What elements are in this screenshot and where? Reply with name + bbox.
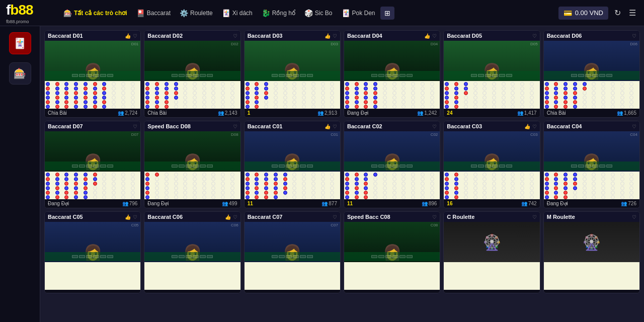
sidebar: 🃏 🎰 [0, 26, 40, 322]
players-icon: 👥 [422, 201, 428, 206]
game-card-speed-bacc-c08[interactable]: Speed Bacc C08 ♡ C08 👩 [344, 211, 440, 293]
nav-item-pok-den[interactable]: 🃏 Pok Den [338, 7, 379, 20]
card-footer: Đang Đợi 👥 726 [544, 199, 639, 208]
heart-icon[interactable]: ♡ [532, 124, 537, 129]
nav-item-baccarat[interactable]: 🎴 Baccarat [132, 7, 175, 20]
player-count: 👥 796 [122, 201, 138, 206]
heart-icon[interactable]: ♡ [133, 33, 137, 39]
game-card-baccarat-c05[interactable]: Baccarat C05 👍 ♡ C05 👩 [44, 211, 141, 293]
card-header: Baccarat C01 👍 ♡ [245, 121, 340, 131]
heart-icon[interactable]: ♡ [333, 33, 337, 39]
nav-item-roulette[interactable]: ⚙️ Roulette [176, 7, 217, 20]
card-image: C01 👩 [245, 131, 340, 172]
like-icon[interactable]: 👍 [125, 214, 131, 220]
heart-icon[interactable]: ♡ [233, 124, 237, 129]
heart-icon[interactable]: ♡ [333, 214, 337, 220]
card-image: C08 👩 [344, 222, 440, 262]
card-header: Baccarat D02 ♡ [144, 31, 240, 41]
roulette-icon: ⚙️ [180, 9, 188, 17]
like-icon[interactable]: 👍 [125, 33, 131, 39]
game-card-baccarat-c02[interactable]: Baccarat C02 ♡ C02 👩 11 👥 896 [344, 121, 440, 208]
logo[interactable]: fb88 fb88.promo [6, 3, 51, 23]
sidebar-item-chips[interactable]: 🎰 [9, 62, 31, 85]
status-text: Đang Đợi [48, 201, 69, 206]
card-title: Baccarat C07 [248, 214, 283, 220]
like-icon[interactable]: 👍 [225, 214, 231, 220]
heart-icon[interactable]: ♡ [233, 33, 237, 39]
nav-item-all[interactable]: 🎰 Tất cả các trò chơi [59, 7, 131, 20]
heart-icon[interactable]: ♡ [532, 214, 537, 220]
heart-icon[interactable]: ♡ [432, 214, 437, 220]
status-text: Đang Đợi [547, 201, 568, 206]
heart-icon[interactable]: ♡ [133, 214, 137, 220]
menu-button[interactable]: ☰ [627, 6, 638, 20]
card-header: Speed Bacc C08 ♡ [344, 212, 440, 222]
card-footer: 16 👥 742 [444, 199, 539, 208]
heart-icon[interactable]: ♡ [333, 124, 337, 129]
card-header: Baccarat D07 ♡ [45, 121, 140, 131]
game-card-baccarat-c07[interactable]: Baccarat C07 ♡ C07 👩 [244, 211, 341, 293]
game-card-baccarat-c01[interactable]: Baccarat C01 👍 ♡ C01 👩 11 👥 877 [244, 121, 341, 208]
card-actions: 👍 ♡ [225, 214, 237, 220]
game-card-baccarat-d01[interactable]: Baccarat D01 👍 ♡ D01 👩 Chia Bài 👥 2,724 [44, 30, 141, 118]
card-header: Baccarat D06 ♡ [544, 31, 639, 41]
game-card-baccarat-d02[interactable]: Baccarat D02 ♡ D02 👩 Chia Bài 👥 2,143 [144, 30, 240, 118]
game-card-baccarat-d04[interactable]: Baccarat D04 👍 ♡ D04 👩 Đang Đợi 👥 1,242 [344, 30, 440, 118]
card-image: D06 👩 [544, 41, 639, 81]
card-footer: 11 👥 896 [344, 199, 440, 208]
game-card-speed-bacc-d08[interactable]: Speed Bacc D08 ♡ D08 👩 Đang Đợi 👥 499 [144, 121, 240, 208]
players-icon: 👥 [417, 110, 423, 116]
game-card-baccarat-d05[interactable]: Baccarat D05 ♡ D05 👩 24 👥 1,417 [443, 30, 540, 118]
status-text: Đang Đợi [147, 201, 169, 206]
main-header: fb88 fb88.promo 🎰 Tất cả các trò chơi 🎴 … [0, 0, 644, 26]
game-card-baccarat-c03[interactable]: Baccarat C03 👍 ♡ C03 👩 16 👥 742 [443, 121, 540, 208]
game-card-baccarat-d06[interactable]: Baccarat D06 ♡ D06 👩 Chia Bài 👥 1,665 [543, 30, 640, 118]
card-image: C03 👩 [444, 131, 539, 172]
card-footer [444, 290, 539, 293]
card-header: Baccarat C05 👍 ♡ [45, 212, 140, 222]
game-card-baccarat-c06[interactable]: Baccarat C06 👍 ♡ C06 👩 [144, 211, 240, 293]
card-actions: 👍 ♡ [424, 33, 437, 39]
heart-icon[interactable]: ♡ [432, 124, 437, 129]
card-image: D03 👩 [245, 41, 340, 81]
heart-icon[interactable]: ♡ [133, 124, 137, 129]
heart-icon[interactable]: ♡ [632, 214, 636, 220]
wallet-icon: 💳 [564, 9, 572, 17]
refresh-button[interactable]: ↻ [612, 6, 623, 20]
card-header: Baccarat C03 👍 ♡ [444, 121, 539, 131]
players-icon: 👥 [617, 110, 623, 116]
heart-icon[interactable]: ♡ [432, 33, 437, 39]
like-icon[interactable]: 👍 [325, 33, 331, 39]
card-title: C Roulette [447, 214, 474, 220]
players-icon: 👥 [621, 201, 627, 206]
heart-icon[interactable]: ♡ [632, 33, 636, 39]
nav-item-rong-ho[interactable]: 🐉 Rồng hổ [258, 7, 299, 20]
status-text: Chia Bài [547, 110, 566, 116]
card-title: Baccarat C04 [547, 123, 582, 129]
game-card-baccarat-d03[interactable]: Baccarat D03 👍 ♡ D03 👩 1 👥 2,913 [244, 30, 341, 118]
game-card-baccarat-d07[interactable]: Baccarat D07 ♡ D07 👩 Đang Đợi 👥 796 [44, 121, 141, 208]
heart-icon[interactable]: ♡ [532, 33, 537, 39]
nav-item-sic-bo[interactable]: 🎲 Sic Bo [300, 7, 337, 20]
like-icon[interactable]: 👍 [524, 124, 530, 129]
card-actions: 👍 ♡ [325, 33, 337, 39]
heart-icon[interactable]: ♡ [632, 124, 636, 129]
heart-icon[interactable]: ♡ [233, 214, 237, 220]
game-card-baccarat-c04[interactable]: Baccarat C04 ♡ C04 👩 Đang Đợi 👥 726 [543, 121, 640, 208]
card-footer [344, 290, 440, 293]
sidebar-item-cards[interactable]: 🃏 [9, 32, 31, 54]
players-icon: 👥 [218, 110, 224, 116]
like-icon[interactable]: 👍 [325, 124, 331, 129]
nav-item-xidach[interactable]: 🃏 Xi dách [218, 7, 257, 20]
like-icon[interactable]: 👍 [424, 33, 430, 39]
grid-view-button[interactable]: ⊞ [380, 7, 394, 20]
game-card-c-roulette[interactable]: C Roulette ♡ 🎡 [443, 211, 540, 293]
card-header: Speed Bacc D08 ♡ [144, 121, 240, 131]
card-footer: 1 👥 2,913 [245, 109, 340, 117]
players-icon: 👥 [222, 201, 228, 206]
card-footer: Chia Bài 👥 2,724 [45, 109, 140, 117]
all-games-icon: 🎰 [63, 9, 72, 17]
player-count: 👥 877 [321, 201, 337, 206]
card-image: D08 👩 [144, 131, 240, 172]
game-card-m-roulette[interactable]: M Roulette ♡ 🎡 [543, 211, 640, 293]
